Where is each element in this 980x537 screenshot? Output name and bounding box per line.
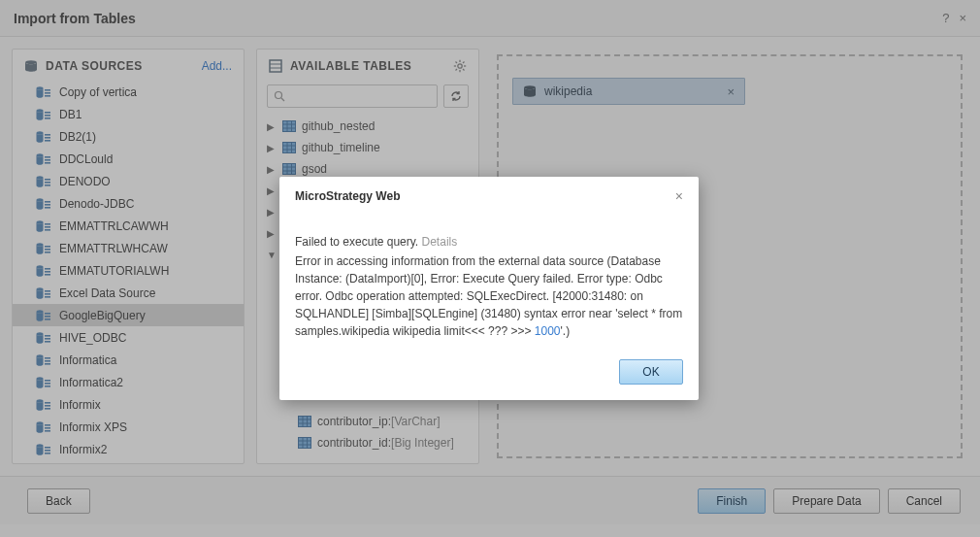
dialog-body: Failed to execute query. Details Error i… xyxy=(279,216,699,350)
dialog-message: Failed to execute query. xyxy=(295,235,418,249)
dialog-title: MicroStrategy Web xyxy=(295,189,400,203)
details-link[interactable]: Details xyxy=(422,235,458,249)
dialog-close-icon[interactable]: × xyxy=(675,188,683,204)
error-dialog: MicroStrategy Web × Failed to execute qu… xyxy=(279,177,699,400)
ok-button[interactable]: OK xyxy=(619,359,683,385)
dialog-error-text: Error in accessing information from the … xyxy=(295,252,683,340)
